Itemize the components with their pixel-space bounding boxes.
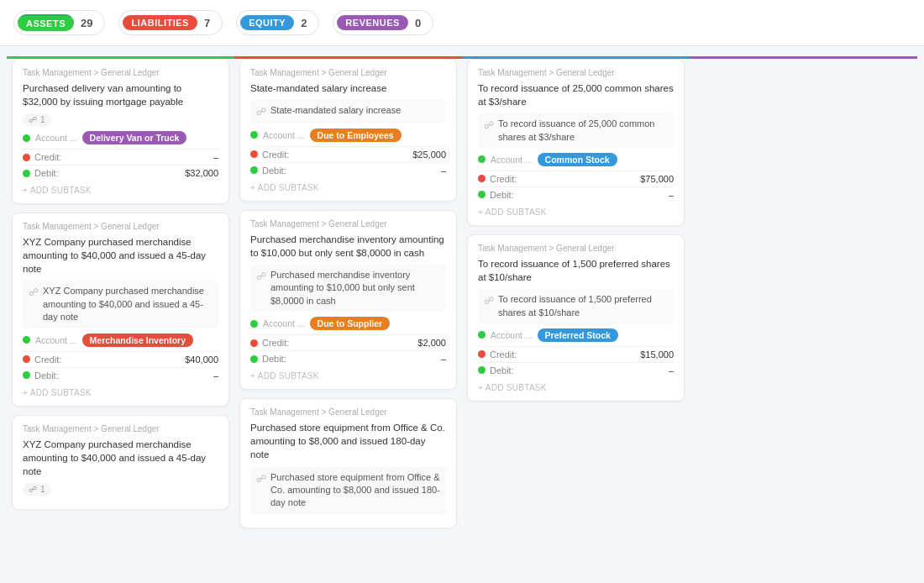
category-pill-revenues[interactable]: REVENUES 0 <box>333 10 433 35</box>
debit-value: – <box>669 190 674 200</box>
debit-dot <box>250 355 258 363</box>
account-label: Account ... <box>35 133 77 143</box>
card-title: Purchased delivery van amounting to $32,… <box>23 81 218 108</box>
card-breadcrumb: Task Management > General Ledger <box>23 68 218 77</box>
subtask-text: XYZ Company purchased merchandise amount… <box>43 285 213 323</box>
credit-label: Credit: <box>23 355 61 365</box>
credit-label: Credit: <box>250 150 289 160</box>
debit-dot <box>250 166 258 174</box>
card-breadcrumb: Task Management > General Ledger <box>478 68 674 77</box>
account-row: Account ... Delivery Van or Truck <box>23 131 218 144</box>
credit-dot <box>478 350 486 358</box>
account-tag[interactable]: Delivery Van or Truck <box>82 131 187 144</box>
pill-label-equity: EQUITY <box>240 15 294 30</box>
account-tag[interactable]: Common Stock <box>538 153 617 166</box>
debit-label: Debit: <box>23 168 59 178</box>
subtask-count: ☍ 1 <box>23 113 51 126</box>
category-pill-liabilities[interactable]: LIABILITIES 7 <box>118 10 223 35</box>
add-subtask-button[interactable]: + ADD SUBTASK <box>478 383 674 392</box>
debit-value: – <box>669 365 674 376</box>
debit-row: Debit: $32,000 <box>23 165 218 181</box>
credit-dot <box>23 355 30 363</box>
card-card-8: Task Management > General LedgerTo recor… <box>467 234 685 402</box>
category-pill-assets[interactable]: ASSETS 29 <box>13 10 105 35</box>
card-card-5: Task Management > General LedgerPurchase… <box>239 210 457 390</box>
add-subtask-button[interactable]: + ADD SUBTASK <box>23 186 218 195</box>
subtask-task-icon: ☍ <box>256 105 266 119</box>
subtask-task-icon: ☍ <box>256 472 266 486</box>
credit-label: Credit: <box>23 152 61 162</box>
credit-value: – <box>213 152 218 162</box>
card-breadcrumb: Task Management > General Ledger <box>250 219 446 228</box>
debit-row: Debit: – <box>478 186 674 202</box>
account-label: Account ... <box>263 130 305 140</box>
credit-value: $40,000 <box>185 355 218 365</box>
card-title: Purchased store equipment from Office & … <box>250 421 446 461</box>
add-subtask-button[interactable]: + ADD SUBTASK <box>23 388 218 397</box>
account-row: Account ... Due to Supplier <box>250 317 446 330</box>
debit-row: Debit: – <box>478 362 674 378</box>
debit-dot <box>23 371 30 379</box>
account-tag[interactable]: Merchandise Inventory <box>82 334 193 347</box>
account-row: Account ... Preferred Stock <box>478 328 674 342</box>
pill-count-equity: 2 <box>301 17 307 29</box>
debit-value: – <box>441 354 446 364</box>
account-tag[interactable]: Preferred Stock <box>538 328 618 342</box>
card-breadcrumb: Task Management > General Ledger <box>478 244 674 253</box>
add-subtask-button[interactable]: + ADD SUBTASK <box>478 207 674 217</box>
add-subtask-button[interactable]: + ADD SUBTASK <box>250 371 446 381</box>
debit-dot <box>478 191 486 198</box>
card-card-7: Task Management > General LedgerTo recor… <box>467 59 685 226</box>
category-pill-equity[interactable]: EQUITY 2 <box>236 10 319 35</box>
debit-label: Debit: <box>250 165 286 176</box>
account-label: Account ... <box>35 335 77 345</box>
debit-label: Debit: <box>23 370 59 381</box>
account-label: Account ... <box>491 330 533 340</box>
account-label: Account ... <box>491 155 533 165</box>
subtask-text: State-mandated salary increase <box>270 104 401 117</box>
account-dot <box>478 155 486 163</box>
card-title: State-mandated salary increase <box>250 81 446 95</box>
card-card-2: Task Management > General LedgerXYZ Comp… <box>12 213 229 406</box>
column-revenues-col <box>690 56 917 569</box>
card-card-1: Task Management > General LedgerPurchase… <box>12 59 229 204</box>
subtask-icon: ☍ <box>29 485 37 494</box>
subtask-task-icon: ☍ <box>29 286 39 300</box>
subtask-task-icon: ☍ <box>484 294 494 308</box>
add-subtask-button[interactable]: + ADD SUBTASK <box>250 183 446 192</box>
debit-label: Debit: <box>250 354 286 364</box>
card-card-4: Task Management > General LedgerState-ma… <box>239 59 457 202</box>
credit-row: Credit: – <box>23 149 218 165</box>
credit-value: $25,000 <box>412 150 446 160</box>
debit-dot <box>478 366 486 374</box>
card-title: XYZ Company purchased merchandise amount… <box>23 235 218 276</box>
account-tag[interactable]: Due to Supplier <box>310 317 391 330</box>
subtask-count: ☍ 1 <box>23 483 51 496</box>
card-card-6: Task Management > General LedgerPurchase… <box>239 398 457 528</box>
credit-label: Credit: <box>478 349 517 360</box>
card-breadcrumb: Task Management > General Ledger <box>250 407 446 417</box>
column-equity-col: Task Management > General LedgerTo recor… <box>462 56 690 569</box>
column-liabilities-col: Task Management > General LedgerState-ma… <box>234 56 462 569</box>
subtask-row: ☍ Purchased merchandise inventory amount… <box>250 265 446 312</box>
credit-row: Credit: $75,000 <box>478 171 674 186</box>
subtask-icon: ☍ <box>29 115 37 124</box>
account-tag[interactable]: Due to Employees <box>310 129 402 142</box>
account-dot <box>250 131 258 139</box>
account-row: Account ... Common Stock <box>478 153 674 166</box>
columns-container: Task Management > General LedgerPurchase… <box>0 46 924 579</box>
credit-value: $75,000 <box>640 174 674 184</box>
card-title: Purchased merchandise inventory amountin… <box>250 233 446 260</box>
debit-value: – <box>441 165 446 176</box>
pill-count-assets: 29 <box>81 17 92 29</box>
subtask-text: To record issuance of 25,000 common shar… <box>498 118 668 144</box>
subtask-row: ☍ To record issuance of 25,000 common sh… <box>478 113 674 148</box>
debit-value: – <box>213 370 218 381</box>
account-dot <box>250 320 258 328</box>
account-row: Account ... Merchandise Inventory <box>23 334 218 347</box>
credit-value: $15,000 <box>640 349 674 360</box>
credit-label: Credit: <box>250 338 289 348</box>
credit-row: Credit: $25,000 <box>250 146 446 162</box>
pill-count-revenues: 0 <box>415 17 421 29</box>
pill-label-assets: ASSETS <box>18 14 74 31</box>
